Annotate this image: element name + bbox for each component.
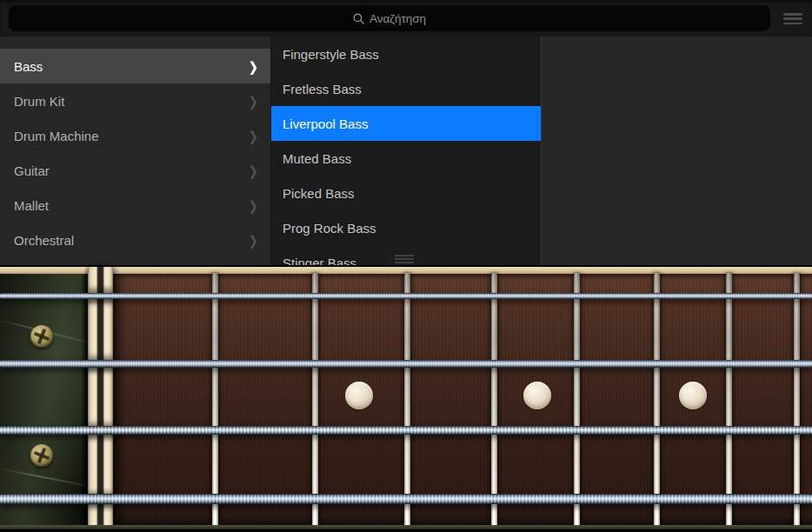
nut bbox=[88, 267, 113, 529]
fret-6 bbox=[654, 273, 660, 528]
sound-item-picked-bass[interactable]: Picked Bass bbox=[271, 176, 541, 210]
chevron-right-icon: ❯ bbox=[249, 232, 258, 247]
sound-item-liverpool-bass[interactable]: Liverpool Bass bbox=[271, 106, 541, 141]
sidebar-item-label: Orchestral bbox=[14, 233, 74, 248]
sound-item-label: Prog Rock Bass bbox=[283, 221, 376, 236]
nut-wood-shadow bbox=[113, 274, 127, 525]
menu-bar bbox=[783, 23, 802, 25]
sidebar-item-drum-kit[interactable]: Drum Kit ❯ bbox=[0, 83, 270, 118]
sound-item-label: Fingerstyle Bass bbox=[283, 47, 379, 62]
neck-edge-shadow bbox=[81, 274, 88, 525]
handle-bar bbox=[395, 255, 414, 256]
bass-string-3[interactable] bbox=[0, 426, 812, 435]
category-list: Bass ❯ Drum Kit ❯ Drum Machine ❯ Guitar … bbox=[0, 37, 270, 265]
handle-bar bbox=[395, 262, 414, 263]
search-icon bbox=[353, 13, 364, 24]
screw-2 bbox=[30, 444, 53, 467]
fret-5 bbox=[574, 273, 580, 528]
bass-body bbox=[0, 274, 88, 525]
sound-item-label: Liverpool Bass bbox=[283, 116, 368, 131]
sidebar-item-mallet[interactable]: Mallet ❯ bbox=[0, 188, 270, 223]
bass-fretboard[interactable] bbox=[0, 265, 812, 532]
fret-7 bbox=[726, 273, 732, 528]
sound-item-fretless-bass[interactable]: Fretless Bass bbox=[271, 71, 541, 106]
title-bar: Αναζήτηση bbox=[0, 0, 812, 37]
sound-item-label: Muted Bass bbox=[283, 151, 351, 166]
chevron-right-icon: ❯ bbox=[249, 128, 258, 143]
bass-string-4[interactable] bbox=[0, 494, 812, 504]
sound-item-label: Picked Bass bbox=[283, 186, 355, 201]
search-placeholder: Αναζήτηση bbox=[369, 12, 426, 25]
sidebar-item-label: Guitar bbox=[14, 163, 50, 178]
sidebar-item-label: Drum Kit bbox=[14, 94, 64, 109]
chevron-right-icon: ❯ bbox=[249, 93, 258, 108]
sound-item-label: Stinger Bass bbox=[283, 256, 356, 266]
fret-marker-dot-3 bbox=[679, 382, 707, 409]
sound-item-fingerstyle-bass[interactable]: Fingerstyle Bass bbox=[271, 37, 541, 71]
menu-bar bbox=[783, 13, 802, 16]
browser-pull-handle[interactable] bbox=[385, 253, 423, 265]
fret-2 bbox=[312, 273, 318, 528]
chevron-right-icon: ❯ bbox=[249, 197, 258, 212]
bass-string-2[interactable] bbox=[0, 360, 812, 368]
sidebar-item-label: Mallet bbox=[14, 198, 49, 213]
fret-marker-dot-1 bbox=[345, 382, 373, 409]
sidebar-item-label: Drum Machine bbox=[14, 129, 99, 143]
sound-item-prog-rock-bass[interactable]: Prog Rock Bass bbox=[271, 210, 541, 245]
sound-item-label: Fretless Bass bbox=[283, 82, 362, 96]
chevron-right-icon: ❯ bbox=[249, 163, 258, 177]
handle-bar bbox=[395, 258, 414, 260]
detail-panel bbox=[541, 37, 812, 265]
sound-browser: Bass ❯ Drum Kit ❯ Drum Machine ❯ Guitar … bbox=[0, 37, 812, 265]
menu-bar bbox=[783, 17, 802, 20]
sidebar-item-drum-machine[interactable]: Drum Machine ❯ bbox=[0, 118, 270, 153]
sound-list: Fingerstyle Bass Fretless Bass Liverpool… bbox=[270, 37, 541, 265]
bass-string-1[interactable] bbox=[0, 293, 812, 299]
sound-item-muted-bass[interactable]: Muted Bass bbox=[271, 141, 541, 176]
menu-button[interactable] bbox=[783, 13, 802, 24]
fret-3 bbox=[404, 273, 410, 528]
search-input[interactable]: Αναζήτηση bbox=[9, 5, 770, 31]
fret-8 bbox=[794, 273, 800, 528]
sidebar-item-orchestral[interactable]: Orchestral ❯ bbox=[0, 223, 270, 257]
sidebar-item-label: Bass bbox=[14, 59, 43, 74]
sidebar-item-bass[interactable]: Bass ❯ bbox=[0, 49, 270, 83]
chevron-right-icon: ❯ bbox=[249, 58, 258, 73]
fret-marker-dot-2 bbox=[523, 382, 551, 409]
fret-1 bbox=[212, 273, 218, 528]
sidebar-item-guitar[interactable]: Guitar ❯ bbox=[0, 153, 270, 188]
screw-1 bbox=[30, 325, 53, 348]
fret-4 bbox=[491, 273, 497, 528]
